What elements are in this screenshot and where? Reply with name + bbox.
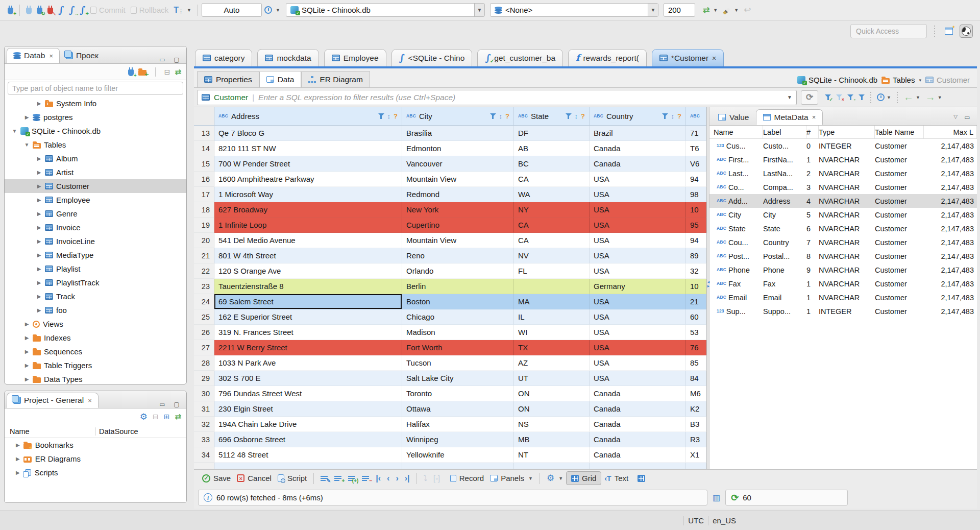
cell-country[interactable]: USA [590,172,686,187]
tree-expand-arrow[interactable]: ▶ [36,197,42,203]
row-number-cell[interactable]: 15 [194,156,214,172]
metadata-row[interactable]: ABC Last... LastNa... 2 NVARCHAR Custome… [709,166,977,180]
metadata-row[interactable]: 123 Sup... Suppo... 1 INTEGER Customer 2… [709,304,977,318]
cell-city[interactable]: Halifax [402,417,514,432]
filter-input[interactable]: Customer | Enter a SQL expression to fil… [197,90,797,105]
cell-address[interactable]: 194A Chain Lake Drive [214,417,402,432]
metadata-type-cell[interactable]: NVARCHAR [819,252,875,260]
cell-address[interactable]: 120 S Orange Ave [214,263,402,279]
column-info-icon[interactable]: ? [677,112,681,120]
metadata-type-cell[interactable]: INTEGER [819,142,875,150]
open-perspective-button[interactable] [942,25,955,38]
metadata-row[interactable]: ABC Co... Compa... 3 NVARCHAR Customer 2… [709,180,977,194]
cell-state[interactable]: NV [514,248,590,263]
tree-expand-arrow[interactable]: ▶ [24,321,30,327]
collapse-all-icon[interactable]: ⊟ [164,68,170,76]
maximize-icon[interactable]: ▢ [172,56,181,63]
metadata-max-cell[interactable]: 2,147,483 [924,211,977,219]
row-number-cell[interactable]: 33 [194,432,214,447]
quick-access-input[interactable] [850,24,927,38]
sync-data-button[interactable]: ⇄ ▼ [700,3,720,17]
disconnect-button[interactable]: ＼ [45,3,56,17]
row-number-cell[interactable]: 17 [194,187,214,202]
cell-city[interactable]: Brasília [402,126,514,141]
row-number-cell[interactable]: 34 [194,447,214,463]
apply-filter-button[interactable]: ✓ [825,94,831,101]
tree-expand-arrow[interactable]: ▶ [36,238,42,244]
column-header-number[interactable]: # [806,126,819,138]
chevron-down-icon[interactable]: ▼ [787,94,792,100]
edit-row-button[interactable]: ✎ [317,475,331,481]
cell-address[interactable]: 796 Dundas Street West [214,386,402,401]
dbeaver-perspective-button[interactable] [960,25,973,38]
minimize-icon[interactable]: ▭ [963,114,972,121]
panel-toggle-icon[interactable]: ▥ [713,493,720,502]
metadata-row[interactable]: ABC State State 6 NVARCHAR Customer 2,14… [709,222,977,235]
metadata-label-cell[interactable]: Fax [763,280,806,288]
metadata-row[interactable]: ABC City City 5 NVARCHAR Customer 2,147,… [709,208,977,222]
tree-expand-arrow[interactable]: ▶ [24,349,30,354]
cell-state[interactable]: ON [514,401,590,417]
metadata-table-cell[interactable]: Customer [875,266,924,274]
metadata-table-cell[interactable]: Customer [875,156,924,164]
tree-expand-arrow[interactable]: ▶ [24,363,30,368]
sort-icon[interactable]: ↕ [671,112,675,120]
editor-tab[interactable]: *Customer × [652,49,724,66]
cell-postalcode[interactable]: 10 [686,279,706,294]
metadata-max-cell[interactable]: 2,147,483 [924,266,977,274]
commit-button[interactable]: Commit [88,3,128,17]
metadata-number-cell[interactable]: 0 [806,142,819,150]
cell-state[interactable]: CA [514,233,590,248]
cell-state[interactable] [514,279,590,294]
metadata-type-cell[interactable]: INTEGER [819,307,875,316]
close-icon[interactable]: × [812,113,816,121]
panel-splitter[interactable]: ◂▸ [706,107,709,469]
filter-funnel-icon[interactable] [378,113,384,119]
timezone-indicator[interactable]: UTC [688,516,704,525]
row-number-cell[interactable]: 31 [194,401,214,417]
cell-city[interactable]: Mountain View [402,233,514,248]
settings-button[interactable]: ▼ [544,474,566,483]
table-row[interactable]: 21 801 W 4th Street Reno NV USA 89 [194,248,706,263]
cell-postalcode[interactable]: M6 [686,386,706,401]
cell-address[interactable]: 69 Salem Street [214,294,402,309]
row-number-cell[interactable]: 26 [194,325,214,340]
tree-expand-arrow[interactable]: ▼ [24,142,30,148]
cell-city[interactable]: Berlin [402,279,514,294]
tree-item[interactable]: ▼ SQLite - Chinook.db [5,124,186,138]
connection-combo[interactable]: SQLite - Chinook.db ▼ [286,3,485,17]
minimize-icon[interactable]: ▭ [158,56,167,63]
previous-row-button[interactable]: ‹ [384,474,393,483]
row-number-cell[interactable]: 13 [194,126,214,141]
cell-state[interactable]: TX [514,340,590,355]
add-row-button[interactable]: + [331,475,345,481]
cell-country[interactable]: Canada [590,432,686,447]
txn-history-button[interactable]: ▼ [262,3,283,17]
column-info-icon[interactable]: ? [581,112,585,120]
row-number-cell[interactable]: 28 [194,355,214,371]
link-with-editor-icon[interactable]: ⇄ [175,67,181,77]
table-row[interactable]: 26 319 N. Frances Street Madison WI USA … [194,325,706,340]
cell-country[interactable]: USA [590,355,686,371]
row-number-cell[interactable]: 25 [194,309,214,325]
splitter-arrows-icon[interactable]: ◂▸ [705,280,712,288]
refresh-icon[interactable]: ⟳ [731,493,739,502]
cell-address[interactable]: 1600 Amphitheatre Parkway [214,172,402,187]
tree-expand-arrow[interactable]: ▶ [36,294,42,299]
tab-er-diagram[interactable]: ER Diagram [301,71,370,87]
cell-postalcode[interactable]: 21 [686,294,706,309]
cell-state[interactable]: NT [514,447,590,463]
metadata-number-cell[interactable]: 5 [806,211,819,219]
row-number-cell[interactable]: 24 [194,294,214,309]
cell-state[interactable]: AZ [514,355,590,371]
tree-item[interactable]: ▶ Track [5,290,186,303]
editor-tab[interactable]: rewards_report( [568,49,647,66]
column-header-name[interactable]: Name [709,126,763,138]
metadata-number-cell[interactable]: 3 [806,183,819,191]
cell-state[interactable]: AB [514,141,590,156]
cell-city[interactable]: Orlando [402,263,514,279]
cell-city[interactable]: Boston [402,294,514,309]
column-header-address[interactable]: ABC Address ↕? [214,107,402,125]
collapse-icon[interactable]: ⊟ [153,413,159,421]
metadata-table-cell[interactable]: Customer [875,170,924,178]
